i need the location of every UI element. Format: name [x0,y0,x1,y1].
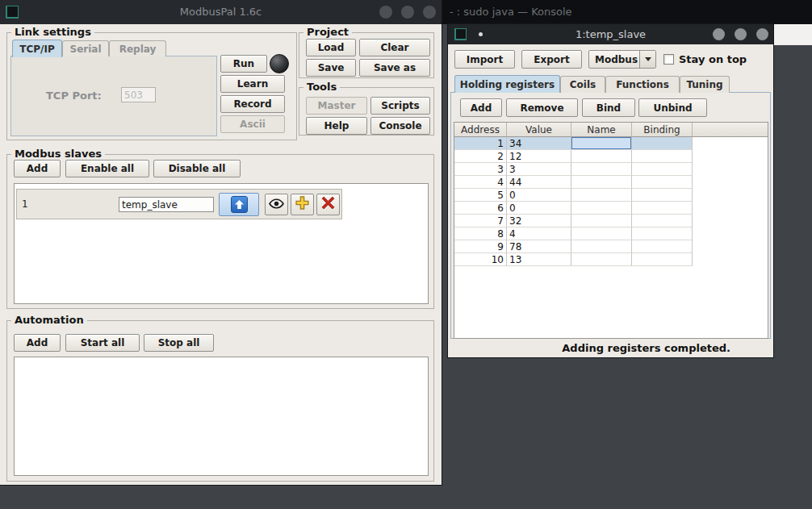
address-cell[interactable]: 10 [454,253,507,266]
binding-cell[interactable] [632,150,693,163]
stay-on-top-checkbox[interactable] [663,54,674,65]
modbus-link-select[interactable]: Modbus [588,50,656,69]
address-cell[interactable]: 4 [454,176,507,189]
enable-all-button[interactable]: Enable all [65,160,149,177]
column-header-binding[interactable]: Binding [632,123,693,137]
slave-window-titlebar[interactable]: 1:temp_slave [448,24,773,44]
column-header-value[interactable]: Value [507,123,571,137]
binding-cell[interactable] [632,202,693,215]
column-header-address[interactable]: Address [454,123,507,137]
address-cell[interactable]: 5 [454,189,507,202]
slave-visibility-button[interactable] [265,194,288,215]
value-cell[interactable]: 78 [507,240,571,253]
binding-cell[interactable] [632,176,693,189]
name-cell[interactable] [571,189,632,202]
tab-coils[interactable]: Coils [560,76,605,93]
name-cell[interactable] [571,227,632,240]
address-cell[interactable]: 9 [454,240,507,253]
name-cell[interactable] [571,176,632,189]
delete-slave-button[interactable] [316,194,340,215]
binding-cell[interactable] [632,227,693,240]
scripts-button[interactable]: Scripts [370,97,430,115]
save-as-button[interactable]: Save as [359,59,430,77]
clear-button[interactable]: Clear [359,39,430,56]
unbind-button[interactable]: Unbind [638,98,707,117]
register-row-9[interactable]: 978 [454,240,693,253]
add-slave-button[interactable]: Add [14,160,61,177]
tab-tcpip[interactable]: TCP/IP [12,40,62,57]
value-cell[interactable]: 12 [507,150,571,163]
learn-button[interactable]: Learn [220,75,285,93]
address-cell[interactable]: 6 [454,202,507,215]
value-cell[interactable]: 4 [507,227,571,240]
stop-all-button[interactable]: Stop all [144,334,214,352]
value-cell[interactable]: 34 [507,137,571,150]
binding-cell[interactable] [632,137,693,150]
export-button[interactable]: Export [521,50,582,69]
start-all-button[interactable]: Start all [65,334,140,352]
help-button[interactable]: Help [306,117,367,135]
console-button[interactable]: Console [370,117,430,135]
register-row-2[interactable]: 212 [454,150,693,163]
remove-register-button[interactable]: Remove [506,98,578,117]
value-cell[interactable]: 0 [507,202,571,215]
duplicate-slave-button[interactable] [291,194,314,215]
name-cell[interactable] [571,163,632,176]
address-cell[interactable]: 1 [454,137,507,150]
register-row-6[interactable]: 60 [454,202,693,215]
column-header-filler [693,123,768,137]
save-button[interactable]: Save [306,59,356,77]
register-row-3[interactable]: 33 [454,163,693,176]
name-cell[interactable] [571,150,632,163]
load-button[interactable]: Load [306,39,356,56]
close-button[interactable] [423,6,436,19]
binding-cell[interactable] [632,189,693,202]
address-cell[interactable]: 8 [454,227,507,240]
tab-tuning[interactable]: Tuning [680,76,730,93]
binding-cell[interactable] [632,240,693,253]
register-row-4[interactable]: 444 [454,176,693,189]
modbuspal-titlebar[interactable]: ModbusPal 1.6c [0,0,442,24]
name-cell[interactable] [571,240,632,253]
slave-close-button[interactable] [756,28,768,40]
record-button[interactable]: Record [220,95,285,113]
minimize-button[interactable] [379,6,392,19]
slave-panel-button[interactable] [219,193,259,216]
slave-minimize-button[interactable] [713,28,725,40]
binding-cell[interactable] [632,215,693,227]
maximize-button[interactable] [401,6,414,19]
register-row-1[interactable]: 134 [454,137,693,150]
run-button[interactable]: Run [220,55,267,73]
binding-cell[interactable] [632,253,693,266]
value-cell[interactable]: 0 [507,189,571,202]
register-row-10[interactable]: 1013 [454,253,693,266]
slave-maximize-button[interactable] [735,28,747,40]
slave-name-field[interactable] [119,197,214,212]
register-row-8[interactable]: 84 [454,227,693,240]
name-cell[interactable] [571,202,632,215]
name-cell[interactable] [571,253,632,266]
disable-all-button[interactable]: Disable all [153,160,241,177]
tab-holding-registers[interactable]: Holding registers [454,75,560,93]
register-row-5[interactable]: 50 [454,189,693,202]
tcp-port-field [121,87,156,102]
register-row-7[interactable]: 732 [454,215,693,227]
address-cell[interactable]: 2 [454,150,507,163]
tab-replay[interactable]: Replay [109,40,166,56]
binding-cell[interactable] [632,163,693,176]
add-register-button[interactable]: Add [460,98,502,117]
column-header-name[interactable]: Name [571,123,632,137]
add-automation-button[interactable]: Add [14,334,61,352]
name-cell[interactable] [571,137,632,150]
value-cell[interactable]: 44 [507,176,571,189]
value-cell[interactable]: 13 [507,253,571,266]
address-cell[interactable]: 7 [454,215,507,227]
value-cell[interactable]: 3 [507,163,571,176]
tab-serial[interactable]: Serial [62,40,109,56]
address-cell[interactable]: 3 [454,163,507,176]
import-button[interactable]: Import [454,50,515,69]
tab-functions[interactable]: Functions [605,76,680,93]
value-cell[interactable]: 32 [507,215,571,227]
bind-button[interactable]: Bind [582,98,635,117]
name-cell[interactable] [571,215,632,227]
